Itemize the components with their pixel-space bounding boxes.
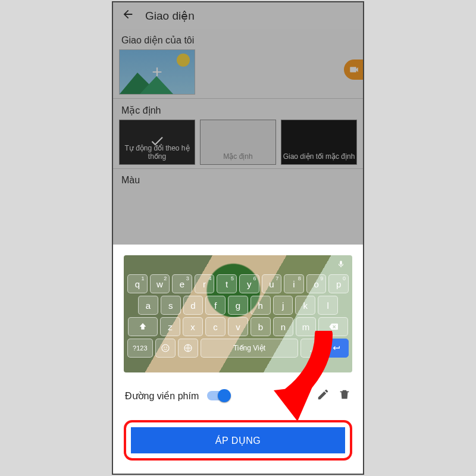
key-v[interactable]: v — [228, 317, 248, 336]
key-border-label: Đường viền phím — [125, 390, 199, 402]
key-k[interactable]: k — [295, 296, 315, 315]
key-r[interactable]: r4 — [195, 274, 215, 293]
key-w[interactable]: w2 — [150, 274, 170, 293]
svg-point-2 — [166, 347, 167, 348]
key-c[interactable]: c — [205, 317, 226, 336]
sheet-controls: Đường viền phím — [124, 388, 352, 403]
key-p[interactable]: p0 — [328, 274, 349, 293]
delete-button[interactable] — [338, 388, 351, 403]
key-u[interactable]: u7 — [262, 274, 282, 293]
globe-key[interactable] — [178, 339, 198, 358]
key-y[interactable]: y6 — [239, 274, 259, 293]
key-n[interactable]: n — [273, 317, 293, 336]
key-h[interactable]: h — [250, 296, 271, 315]
key-j[interactable]: j — [273, 296, 293, 315]
key-g[interactable]: g — [228, 296, 248, 315]
keyboard-preview: q1w2e3r4t5y6u7i8o9p0 asdfghjkl zxcvbnm ?… — [124, 255, 352, 372]
key-l[interactable]: l — [318, 296, 338, 315]
key-d[interactable]: d — [183, 296, 203, 315]
edit-button[interactable] — [317, 388, 330, 403]
shift-key[interactable] — [128, 317, 158, 336]
apply-button[interactable]: ÁP DỤNG — [131, 427, 345, 453]
key-s[interactable]: s — [161, 296, 181, 315]
key-a[interactable]: a — [138, 296, 158, 315]
space-key[interactable]: Tiếng Việt — [201, 339, 299, 358]
phone-frame: Giao diện Giao diện của tôi + Mặc định T… — [112, 1, 364, 475]
key-x[interactable]: x — [183, 317, 203, 336]
key-o[interactable]: o9 — [306, 274, 327, 293]
key-m[interactable]: m — [296, 317, 316, 336]
key-q[interactable]: q1 — [127, 274, 148, 293]
key-b[interactable]: b — [250, 317, 271, 336]
mic-icon — [337, 260, 345, 271]
annotation-highlight: ÁP DỤNG — [124, 420, 352, 461]
emoji-key[interactable] — [155, 339, 176, 358]
backspace-key[interactable] — [318, 317, 348, 336]
key-f[interactable]: f — [205, 296, 226, 315]
key-i[interactable]: i8 — [284, 274, 304, 293]
key-z[interactable]: z — [160, 317, 180, 336]
symbols-key[interactable]: ?123 — [127, 339, 153, 358]
svg-point-1 — [164, 347, 165, 348]
period-key[interactable]: . — [300, 339, 321, 358]
theme-preview-sheet: q1w2e3r4t5y6u7i8o9p0 asdfghjkl zxcvbnm ?… — [113, 245, 363, 474]
key-e[interactable]: e3 — [172, 274, 192, 293]
svg-point-0 — [162, 345, 169, 352]
key-t[interactable]: t5 — [217, 274, 237, 293]
enter-key[interactable] — [323, 339, 349, 358]
key-border-toggle[interactable] — [207, 391, 230, 400]
